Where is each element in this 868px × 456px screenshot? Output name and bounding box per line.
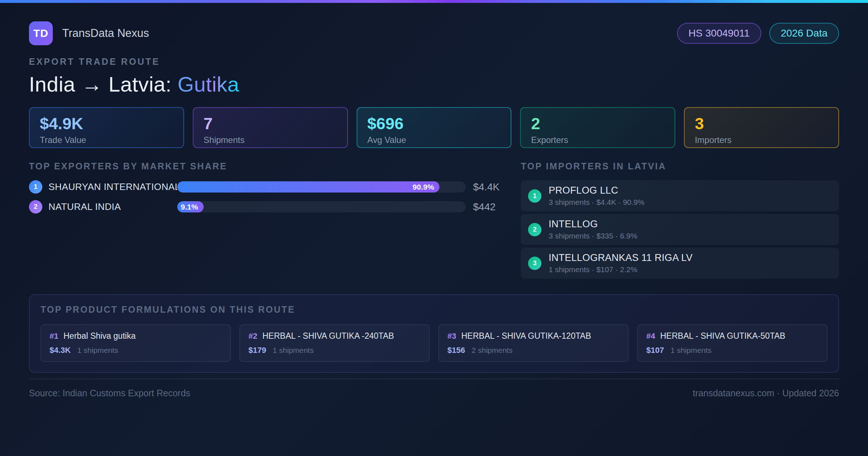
importer-info: INTELLOG 3 shipments · $335 · 6.9% xyxy=(549,219,637,240)
exporter-row: 1 SHAURYAN INTERNATIONAL 90.9% $4.4K xyxy=(29,180,506,194)
stat-card-trade-value: $4.9K Trade Value xyxy=(29,107,184,148)
exporters-section: TOP EXPORTERS BY MARKET SHARE 1 SHAURYAN… xyxy=(29,161,506,220)
footer-right: transdatanexus.com · Updated 2026 xyxy=(693,388,839,398)
product-rank: #2 xyxy=(248,332,257,341)
product-shipments: 1 shipments xyxy=(273,346,314,355)
product-shipments: 1 shipments xyxy=(671,346,711,355)
stat-value: 7 xyxy=(204,115,337,132)
product-value: $4.3K xyxy=(50,346,71,355)
product-stats-line: $107 1 shipments xyxy=(646,346,818,355)
market-share-bar-fill: 9.1% xyxy=(177,201,204,212)
exporters-heading: TOP EXPORTERS BY MARKET SHARE xyxy=(29,161,506,172)
product-value: $179 xyxy=(248,346,266,355)
market-share-percent: 9.1% xyxy=(181,203,198,211)
products-grid: #1 Herbal Shiva gutika $4.3K 1 shipments… xyxy=(41,324,827,362)
product-title-line: #2 HERBAL - SHIVA GUTIKA -240TAB xyxy=(248,331,421,341)
stat-label: Avg Value xyxy=(367,135,501,145)
stat-value: $4.9K xyxy=(40,115,173,132)
stat-label: Exporters xyxy=(531,135,664,145)
market-share-bar-track: 90.9% xyxy=(177,181,466,193)
stat-value: 3 xyxy=(695,115,828,132)
importers-section: TOP IMPORTERS IN LATVIA 1 PROFLOG LLC 3 … xyxy=(521,161,839,281)
stat-card-importers: 3 Importers xyxy=(684,107,839,148)
importer-rank: 1 xyxy=(533,192,536,200)
exporter-value: $4.4K xyxy=(473,181,506,193)
route-product-highlight: Gutika xyxy=(178,72,239,96)
product-stats-line: $179 1 shipments xyxy=(248,346,421,355)
route-eyebrow: EXPORT TRADE ROUTE xyxy=(29,56,839,67)
top-accent-bar xyxy=(0,0,868,3)
stat-label: Trade Value xyxy=(40,135,173,145)
importer-name: PROFLOG LLC xyxy=(549,185,644,196)
product-value: $156 xyxy=(447,346,465,355)
footer-updated: · Updated 2026 xyxy=(774,388,839,398)
exporter-row: 2 NATURAL INDIA 9.1% $442 xyxy=(29,200,506,214)
exporter-name: SHAURYAN INTERNATIONAL xyxy=(48,181,177,193)
stat-value: 2 xyxy=(531,115,664,132)
header: TD TransData Nexus HS 30049011 2026 Data xyxy=(29,21,839,46)
stat-card-avg-value: $696 Avg Value xyxy=(357,107,512,148)
exporter-rank-badge: 2 xyxy=(29,200,42,214)
importers-heading: TOP IMPORTERS IN LATVIA xyxy=(521,161,839,172)
importer-row: 1 PROFLOG LLC 3 shipments · $4.4K · 90.9… xyxy=(521,180,839,211)
exporter-value: $442 xyxy=(473,201,506,213)
stat-label: Shipments xyxy=(204,135,337,145)
brand-name: TransData Nexus xyxy=(62,27,149,40)
product-card: #4 HERBAL - SHIVA GUTIKA-50TAB $107 1 sh… xyxy=(637,324,827,362)
product-card: #1 Herbal Shiva gutika $4.3K 1 shipments xyxy=(41,324,231,362)
main-columns: TOP EXPORTERS BY MARKET SHARE 1 SHAURYAN… xyxy=(29,161,839,281)
products-panel: TOP PRODUCT FORMULATIONS ON THIS ROUTE #… xyxy=(29,294,839,373)
header-badges: HS 30049011 2026 Data xyxy=(677,23,839,44)
product-name: HERBAL - SHIVA GUTIKA-120TAB xyxy=(461,331,591,341)
exporter-rank: 1 xyxy=(34,183,37,191)
importer-meta: 3 shipments · $335 · 6.9% xyxy=(549,232,637,240)
product-stats-line: $4.3K 1 shipments xyxy=(50,346,222,355)
market-share-percent: 90.9% xyxy=(413,183,434,191)
importer-row: 3 INTELLOGRANKAS 11 RIGA LV 1 shipments … xyxy=(521,248,839,279)
importer-meta: 3 shipments · $4.4K · 90.9% xyxy=(549,198,644,207)
page-title: India → Latvia: Gutika xyxy=(29,72,839,96)
importer-name: INTELLOGRANKAS 11 RIGA LV xyxy=(549,252,693,263)
importer-rank-badge: 1 xyxy=(528,189,541,203)
stat-label: Importers xyxy=(695,135,828,145)
products-heading: TOP PRODUCT FORMULATIONS ON THIS ROUTE xyxy=(41,304,827,315)
exporter-name: NATURAL INDIA xyxy=(48,201,177,212)
stat-value: $696 xyxy=(367,115,501,132)
product-name: Herbal Shiva gutika xyxy=(63,331,135,341)
product-card: #2 HERBAL - SHIVA GUTIKA -240TAB $179 1 … xyxy=(239,324,430,362)
product-name: HERBAL - SHIVA GUTIKA -240TAB xyxy=(262,331,394,341)
stat-card-exporters: 2 Exporters xyxy=(520,107,675,148)
stats-row: $4.9K Trade Value 7 Shipments $696 Avg V… xyxy=(29,107,839,148)
data-year-badge[interactable]: 2026 Data xyxy=(769,23,839,44)
route-title: India → Latvia: xyxy=(29,72,178,96)
brand-logo: TD xyxy=(29,21,53,45)
footer-site-link[interactable]: transdatanexus.com xyxy=(693,388,774,398)
brand: TD TransData Nexus xyxy=(29,21,149,45)
product-title-line: #3 HERBAL - SHIVA GUTIKA-120TAB xyxy=(447,331,620,341)
market-share-bar-fill: 90.9% xyxy=(177,181,439,193)
product-stats-line: $156 2 shipments xyxy=(447,346,620,355)
exporter-rank: 2 xyxy=(34,203,37,211)
importer-rank-badge: 3 xyxy=(528,257,541,270)
brand-logo-text: TD xyxy=(33,27,48,39)
importer-row: 2 INTELLOG 3 shipments · $335 · 6.9% xyxy=(521,214,839,245)
product-value: $107 xyxy=(646,346,664,355)
importer-name: INTELLOG xyxy=(549,219,637,230)
product-rank: #4 xyxy=(646,332,655,341)
importer-rank: 3 xyxy=(533,259,536,267)
product-card: #3 HERBAL - SHIVA GUTIKA-120TAB $156 2 s… xyxy=(438,324,629,362)
footer-source: Source: Indian Customs Export Records xyxy=(29,388,190,398)
importer-info: PROFLOG LLC 3 shipments · $4.4K · 90.9% xyxy=(549,185,644,207)
page-container: TD TransData Nexus HS 30049011 2026 Data… xyxy=(29,3,839,398)
hs-code-badge[interactable]: HS 30049011 xyxy=(677,23,761,44)
importer-info: INTELLOGRANKAS 11 RIGA LV 1 shipments · … xyxy=(549,252,693,274)
product-rank: #1 xyxy=(50,332,58,341)
footer: Source: Indian Customs Export Records tr… xyxy=(29,379,839,398)
exporter-rank-badge: 1 xyxy=(29,180,42,194)
importer-meta: 1 shipments · $107 · 2.2% xyxy=(549,265,693,274)
market-share-bar-track: 9.1% xyxy=(177,201,466,212)
product-rank: #3 xyxy=(447,332,456,341)
product-title-line: #1 Herbal Shiva gutika xyxy=(50,331,222,341)
importer-rank: 2 xyxy=(533,226,536,233)
product-title-line: #4 HERBAL - SHIVA GUTIKA-50TAB xyxy=(646,331,818,341)
